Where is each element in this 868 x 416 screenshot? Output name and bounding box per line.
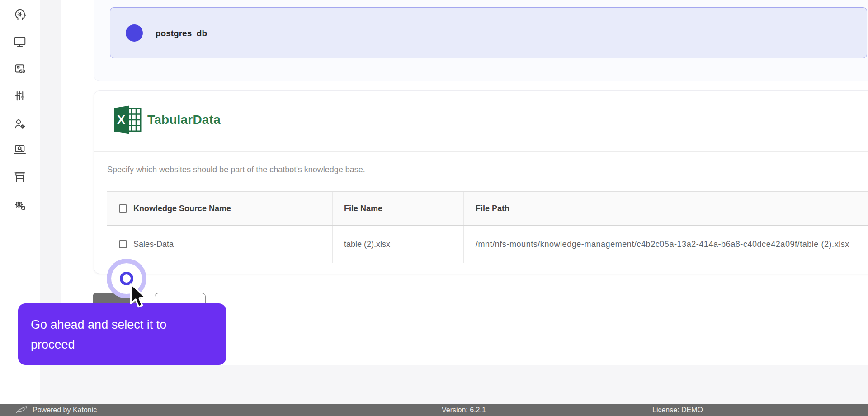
storefront-icon bbox=[13, 170, 27, 184]
datasource-dot-icon bbox=[126, 24, 143, 42]
knowledge-source-table: Knowledge Source Name File Name File Pat… bbox=[107, 191, 868, 263]
tabular-data-card: X TabularData Specify which websites sho… bbox=[94, 90, 868, 274]
page-background-strip bbox=[40, 365, 868, 404]
select-all-checkbox[interactable] bbox=[119, 204, 127, 213]
settings-account-icon bbox=[13, 199, 27, 212]
sidebar-item-screen-search[interactable] bbox=[10, 140, 30, 160]
footer-bar: Powered by Katonic Version: 6.2.1 Licens… bbox=[0, 404, 868, 416]
table-row: Sales-Data table (2).xlsx /mnt/nfs-mount… bbox=[107, 226, 868, 263]
datasource-label: postgres_db bbox=[156, 8, 207, 59]
katonic-logo bbox=[15, 406, 28, 415]
monitor-icon bbox=[13, 35, 27, 48]
app-window: postgres_db X TabularData Specify which … bbox=[0, 0, 868, 416]
cell-knowledge-source-name: Sales-Data bbox=[133, 240, 174, 249]
sliders-icon bbox=[13, 89, 27, 103]
sidebar-item-admin-settings[interactable] bbox=[10, 195, 30, 215]
excel-icon: X bbox=[114, 104, 142, 135]
tour-tooltip-text-line1: Go ahead and select it to bbox=[31, 315, 213, 335]
section-divider bbox=[94, 151, 868, 152]
manage-accounts-icon bbox=[13, 117, 27, 131]
tabular-data-brand: X TabularData bbox=[114, 104, 221, 136]
datasource-selection-card: postgres_db bbox=[94, 0, 868, 81]
psychology-icon bbox=[13, 8, 27, 22]
mouse-cursor-icon bbox=[126, 282, 148, 311]
sidebar-item-ai-models[interactable] bbox=[10, 5, 30, 25]
datasource-option-postgres[interactable]: postgres_db bbox=[110, 7, 867, 58]
column-header-file-name: File Name bbox=[344, 204, 382, 213]
knowledge-base-description: Specify which websites should be part of… bbox=[107, 165, 365, 175]
column-header-knowledge-source-name: Knowledge Source Name bbox=[133, 204, 231, 213]
cell-file-name: table (2).xlsx bbox=[344, 240, 390, 249]
footer-version: Version: 6.2.1 bbox=[442, 404, 486, 416]
sidebar-item-connections[interactable] bbox=[10, 59, 30, 79]
footer-powered-by: Powered by Katonic bbox=[33, 404, 97, 416]
excel-x-letter: X bbox=[117, 113, 125, 127]
tabular-data-title: TabularData bbox=[147, 113, 221, 127]
card-link-icon bbox=[13, 62, 27, 76]
tour-tooltip: Go ahead and select it to proceed bbox=[18, 303, 226, 365]
footer-license: License: DEMO bbox=[652, 404, 703, 416]
laptop-search-icon bbox=[13, 143, 27, 156]
sidebar-item-user-management[interactable] bbox=[10, 114, 30, 134]
cell-file-path: /mnt/nfs-mounts/knowledge-management/c4b… bbox=[476, 240, 849, 249]
row-select-checkbox[interactable] bbox=[119, 240, 127, 248]
column-header-file-path: File Path bbox=[476, 204, 509, 213]
sidebar-item-desktop[interactable] bbox=[10, 32, 30, 52]
table-header-row: Knowledge Source Name File Name File Pat… bbox=[107, 191, 868, 226]
sidebar-item-tuning[interactable] bbox=[10, 86, 30, 106]
tour-tooltip-text-line2: proceed bbox=[31, 335, 213, 355]
sidebar-item-marketplace[interactable] bbox=[10, 167, 30, 187]
